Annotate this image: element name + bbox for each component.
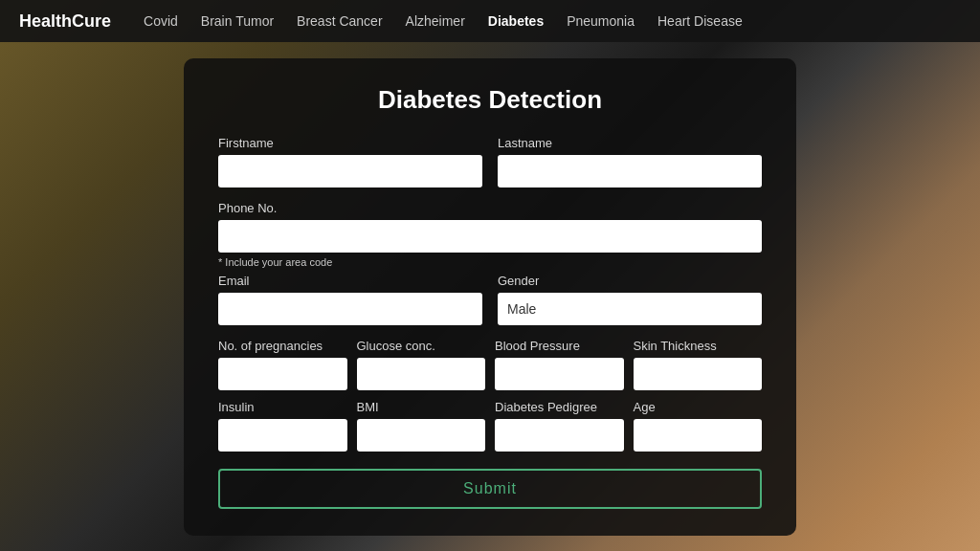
pregnancies-label: No. of pregnancies xyxy=(218,339,347,353)
nav-item-heart-disease[interactable]: Heart Disease xyxy=(657,13,743,29)
firstname-label: Firstname xyxy=(218,136,482,150)
email-input[interactable] xyxy=(218,293,482,325)
main-content: Diabetes Detection Firstname Lastname Ph… xyxy=(0,42,980,551)
phone-group: Phone No. xyxy=(218,201,762,253)
bp-label: Blood Pressure xyxy=(495,339,624,353)
skin-label: Skin Thickness xyxy=(634,339,763,353)
lastname-label: Lastname xyxy=(498,136,762,150)
bmi-label: BMI xyxy=(357,400,486,414)
age-input[interactable] xyxy=(634,419,763,452)
phone-input[interactable] xyxy=(218,220,762,253)
bp-input[interactable] xyxy=(495,358,624,390)
glucose-label: Glucose conc. xyxy=(357,339,486,353)
email-group: Email xyxy=(218,274,482,325)
email-label: Email xyxy=(218,274,482,288)
diabetes-pedigree-group: Diabetes Pedigree xyxy=(495,400,624,452)
firstname-input[interactable] xyxy=(218,155,482,187)
age-label: Age xyxy=(634,400,763,414)
form-title: Diabetes Detection xyxy=(218,85,762,115)
nav-item-breast-cancer[interactable]: Breast Cancer xyxy=(297,13,382,29)
medical-row-2: Insulin BMI Diabetes Pedigree Age xyxy=(218,400,762,452)
nav-item-brain-tumor[interactable]: Brain Tumor xyxy=(201,13,274,29)
diabetes-pedigree-label: Diabetes Pedigree xyxy=(495,400,624,414)
insulin-input[interactable] xyxy=(218,419,347,452)
insulin-group: Insulin xyxy=(218,400,347,452)
navbar: HealthCure Covid Brain Tumor Breast Canc… xyxy=(0,0,980,42)
nav-item-pneumonia[interactable]: Pneumonia xyxy=(567,13,635,29)
skin-input[interactable] xyxy=(634,358,763,390)
glucose-group: Glucose conc. xyxy=(357,339,486,390)
phone-label: Phone No. xyxy=(218,201,762,215)
lastname-input[interactable] xyxy=(498,155,762,187)
nav-item-covid[interactable]: Covid xyxy=(144,13,178,29)
skin-group: Skin Thickness xyxy=(634,339,763,390)
gender-input[interactable] xyxy=(498,293,762,325)
phone-hint: * Include your area code xyxy=(218,256,762,268)
brand-logo: HealthCure xyxy=(19,11,111,32)
glucose-input[interactable] xyxy=(357,358,486,390)
firstname-group: Firstname xyxy=(218,136,482,187)
lastname-group: Lastname xyxy=(498,136,762,187)
name-row: Firstname Lastname xyxy=(218,136,762,187)
gender-label: Gender xyxy=(498,274,762,288)
bmi-group: BMI xyxy=(357,400,486,452)
bp-group: Blood Pressure xyxy=(495,339,624,390)
submit-button[interactable]: Submit xyxy=(218,469,762,509)
form-card: Diabetes Detection Firstname Lastname Ph… xyxy=(184,58,796,536)
email-gender-row: Email Gender xyxy=(218,274,762,325)
age-group: Age xyxy=(634,400,763,452)
pregnancies-input[interactable] xyxy=(218,358,347,390)
nav-item-alzheimer[interactable]: Alzheimer xyxy=(406,13,465,29)
nav-item-diabetes[interactable]: Diabetes xyxy=(488,13,544,29)
bmi-input[interactable] xyxy=(357,419,486,452)
gender-group: Gender xyxy=(498,274,762,325)
diabetes-pedigree-input[interactable] xyxy=(495,419,624,452)
medical-row-1: No. of pregnancies Glucose conc. Blood P… xyxy=(218,339,762,390)
pregnancies-group: No. of pregnancies xyxy=(218,339,347,390)
insulin-label: Insulin xyxy=(218,400,347,414)
